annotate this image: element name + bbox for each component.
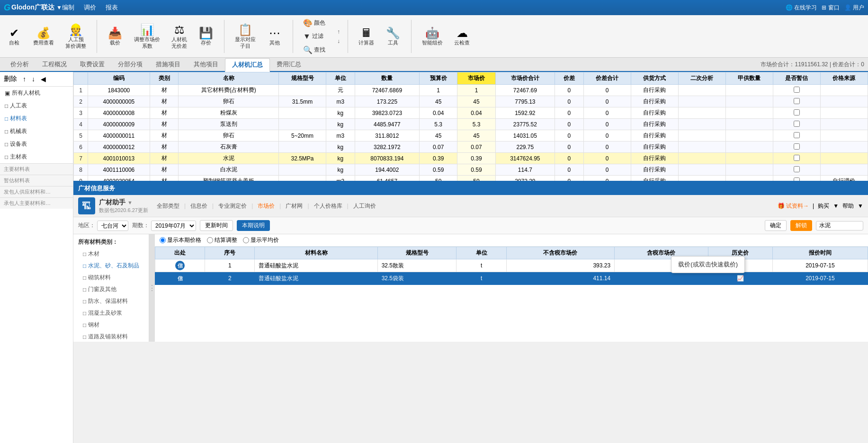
table-row[interactable]: 9 4003030054 材 预制钢筋混凝土盖板 m3 61.4657 50 5… (74, 176, 868, 181)
sidebar-item-main-material[interactable]: □ 主材表 (0, 151, 73, 163)
online-study[interactable]: 🌐 在线学习 (786, 4, 817, 12)
th-row-num (74, 72, 88, 85)
other-btn[interactable]: ⋯ 其他 (264, 25, 285, 48)
cell-market-price[interactable]: 0.59 (457, 164, 495, 176)
table-row[interactable]: 5 4000000011 材 卵石 5~20mm m3 311.8012 45 … (74, 130, 868, 142)
sidebar-down-btn[interactable]: ↓ (30, 74, 37, 84)
menu-edit[interactable]: 编制 (62, 3, 74, 12)
table-row[interactable]: 1 1843000 材 其它材料费(占材料费) 元 72467.6869 1 1… (74, 85, 868, 96)
radio-current-price[interactable]: 显示本期价格 (160, 236, 201, 244)
material-table-row[interactable]: 信 2 普通硅酸盐水泥 32.5袋装 t 411.14 📈 2019-07-15 (155, 272, 868, 285)
radio-settlement[interactable]: 结算调整 (207, 236, 237, 244)
table-row[interactable]: 7 4001010013 材 水泥 32.5MPa kg 8070833.194… (74, 153, 868, 164)
sidebar-item-labor-table[interactable]: □ 人工表 (0, 99, 73, 112)
menu-price[interactable]: 调价 (84, 3, 96, 12)
cell-market-price[interactable]: 0.07 (457, 142, 495, 153)
nav-market-price[interactable]: 市场价 (258, 202, 275, 210)
gift-label[interactable]: 🎁 试资料→ (778, 202, 809, 210)
tools-btn[interactable]: 🔧 工具 (383, 25, 403, 48)
unlock-btn[interactable]: 解锁 (790, 220, 812, 231)
sidebar-item-all-labor[interactable]: ▣ 所有人材机 (0, 87, 73, 99)
tab-fee-summary[interactable]: 费用汇总 (270, 58, 308, 71)
radio-average-price[interactable]: 显示平均价 (243, 236, 279, 244)
top-bar: G Glodon广联达 ▼ 编制 调价 报表 🌐 在线学习 ⊞ 窗口 👤 用户 (0, 0, 868, 15)
sidebar-up-btn[interactable]: ↑ (21, 74, 28, 84)
cat-road[interactable]: □ 道路及铺装材料 (73, 331, 149, 342)
nav-professional-price[interactable]: 专业测定价 (218, 202, 247, 210)
calculator-btn[interactable]: 🖩 计算器 (356, 25, 377, 48)
up-arrow[interactable]: ↑ (337, 28, 340, 35)
cat-windows[interactable]: □ 门窗及其他 (73, 284, 149, 295)
cell-market-price[interactable]: 0.39 (457, 153, 495, 164)
window-menu[interactable]: ⊞ 窗口 (822, 4, 839, 12)
user-menu[interactable]: 👤 用户 (844, 4, 864, 12)
period-select[interactable]: 2019年07月 (151, 221, 196, 231)
m-cell-source: 信 (155, 272, 205, 285)
cat-masonry[interactable]: □ 砌筑材料 (73, 272, 149, 284)
sidebar-collapse-btn[interactable]: ◀ (39, 74, 48, 84)
sidebar-equipment-table-icon: □ (5, 141, 8, 148)
load-price-btn[interactable]: 📥 载价 (105, 25, 125, 48)
filter-btn[interactable]: ▼ 过滤 (301, 31, 328, 42)
cell-market-price[interactable]: 0.04 (457, 107, 495, 119)
help-btn[interactable]: 帮助 (842, 202, 854, 210)
lower-panel: 广材信息服务 🏗 广材助手 ▼ 数据包2020.6.27更新 全部类型 | 信息… (73, 181, 868, 342)
table-row[interactable]: 3 4000000008 材 粉煤灰 kg 39823.0723 0.04 0.… (74, 107, 868, 119)
adjust-market-btn[interactable]: 📊 调整市场价系数 (131, 21, 163, 51)
cell-market-price[interactable]: 45 (457, 130, 495, 142)
nav-all-types[interactable]: 全部类型 (157, 202, 179, 210)
search-input[interactable] (816, 221, 863, 230)
update-time-btn[interactable]: 更新时间 (200, 220, 233, 231)
nav-material-web[interactable]: 广材网 (286, 202, 303, 210)
tab-other-items[interactable]: 其他项目 (187, 58, 225, 71)
cat-cement[interactable]: □ 水泥、砂、石及制品 (73, 260, 149, 272)
tab-measures[interactable]: 措施项目 (149, 58, 187, 71)
m-cell-spec: 32.5袋装 (377, 272, 456, 285)
m-cell-history[interactable]: 📈 (708, 272, 772, 285)
confirm-btn[interactable]: 确定 (765, 220, 787, 231)
labor-adjust-btn[interactable]: 👷 人工预算价调整 (63, 21, 89, 51)
sidebar-item-equipment-table[interactable]: □ 设备表 (0, 138, 73, 151)
tab-sub-sections[interactable]: 分部分项 (111, 58, 149, 71)
cell-market-price[interactable]: 50 (457, 176, 495, 181)
material-table-row[interactable]: 信 1 普通硅酸盐水泥 32.5散装 t 393.23 📈 2019-07-15 (155, 259, 868, 272)
table-row[interactable]: 2 4000000005 材 卵石 31.5mm m3 173.225 45 4… (74, 96, 868, 107)
cat-wood[interactable]: □ 木材 (73, 248, 149, 260)
show-sub-btn[interactable]: 📋 显示对应子目 (232, 21, 259, 51)
nav-personal-price[interactable]: 个人价格库 (314, 202, 342, 210)
data-table-container[interactable]: 编码 类别 名称 规格型号 单位 数量 预算价 市场价 市场价合计 价差 价差合… (73, 72, 868, 181)
buy-btn[interactable]: 购买 (818, 202, 829, 210)
down-arrow[interactable]: ↓ (337, 38, 340, 44)
drag-handle[interactable]: ⋮ (149, 234, 155, 342)
region-select[interactable]: 七台河 (97, 221, 128, 231)
sidebar-delete-btn[interactable]: 删除 (2, 74, 19, 84)
tab-fee-settings[interactable]: 取费设置 (73, 58, 111, 71)
table-row[interactable]: 4 4000000009 材 泵送剂 kg 4485.9477 5.3 5.3 … (74, 119, 868, 130)
sidebar-item-material-table[interactable]: □ 材料表 (0, 112, 73, 125)
smart-group-btn[interactable]: 🤖 智能组价 (419, 25, 446, 48)
tab-labor-machine-summary[interactable]: 人材机汇总 (225, 58, 270, 72)
table-row[interactable]: 8 4001110006 材 白水泥 kg 194.4002 0.59 0.59… (74, 164, 868, 176)
color-btn[interactable]: 🎨 颜色 (301, 18, 328, 28)
cell-market-price[interactable]: 45 (457, 96, 495, 107)
material-table-container[interactable]: 出处 序号 材料名称 规格型号 单位 不含税市场价 含税市场价 历史价 报价时间 (155, 247, 868, 342)
period-desc-btn[interactable]: 本期说明 (237, 220, 270, 231)
cat-waterproof[interactable]: □ 防水、保温材料 (73, 295, 149, 307)
stock-price-btn[interactable]: 💾 存价 (196, 25, 216, 48)
labor-machine-btn[interactable]: ⚖ 人材机无价差 (169, 21, 190, 51)
nav-info-price[interactable]: 信息价 (190, 202, 207, 210)
tab-project-overview[interactable]: 工程概况 (36, 58, 73, 71)
table-row[interactable]: 6 4000000012 材 石灰膏 kg 3282.1972 0.07 0.0… (74, 142, 868, 153)
query-btn[interactable]: 🔍 查找 (301, 44, 328, 55)
cell-market-price[interactable]: 1 (457, 85, 495, 96)
cat-concrete[interactable]: □ 混凝土及砂浆 (73, 307, 149, 319)
menu-report[interactable]: 报表 (106, 3, 118, 12)
cat-steel[interactable]: □ 钢材 (73, 319, 149, 331)
tab-cost-analysis[interactable]: 价分析 (4, 58, 36, 71)
nav-labor-inquiry[interactable]: 人工询价 (353, 202, 376, 210)
self-check-btn[interactable]: ✔ 自检 (4, 25, 25, 48)
cloud-check-btn[interactable]: ☁ 云检查 (451, 25, 473, 48)
cell-market-price[interactable]: 5.3 (457, 119, 495, 130)
fee-check-btn[interactable]: 💰 费用查看 (30, 25, 57, 48)
sidebar-item-machine-table[interactable]: □ 机械表 (0, 125, 73, 138)
